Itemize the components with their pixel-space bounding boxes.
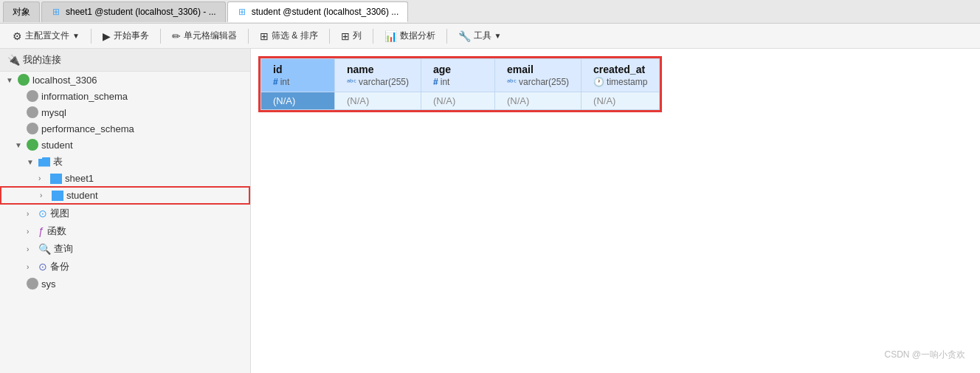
- table-icon-sidebar-sheet1: [50, 174, 62, 184]
- data-table: id # int name ᵃᵇᶜ varchar(255): [260, 58, 660, 110]
- main-layout: 🔌 我的连接 ▼ localhost_3306 information_sche…: [0, 49, 980, 373]
- db-grey-icon-sys: [27, 278, 38, 290]
- toolbar-sep-5: [373, 29, 373, 44]
- chevron-functions: ›: [27, 227, 35, 236]
- sidebar-item-information-schema[interactable]: information_schema: [0, 88, 250, 104]
- columns-button[interactable]: ⊞ 列: [334, 27, 368, 45]
- sidebar-item-sys[interactable]: sys: [0, 276, 250, 292]
- views-label: 视图: [50, 207, 69, 220]
- match-config-label: 主配置文件: [25, 30, 69, 42]
- start-transaction-button[interactable]: ▶ 开始事务: [96, 27, 156, 45]
- col-created-at-name: created_at: [593, 64, 647, 75]
- sidebar-item-tables[interactable]: ▼ 表: [0, 153, 250, 171]
- connection-icon: 🔌: [7, 54, 20, 66]
- db-grey-icon-perf: [27, 123, 38, 134]
- tab-sheet1[interactable]: ⊞ sheet1 @student (localhost_3306) - ...: [41, 1, 226, 22]
- sidebar-item-localhost[interactable]: ▼ localhost_3306: [0, 72, 250, 88]
- transaction-icon: ▶: [103, 30, 111, 42]
- abc-icon-name: ᵃᵇᶜ: [347, 78, 356, 87]
- filter-sort-label: 筛选 & 排序: [272, 30, 318, 42]
- sheet1-label: sheet1 @student (localhost_3306) - ...: [66, 7, 216, 17]
- chevron-student-db: ▼: [15, 141, 24, 149]
- sidebar-item-backups[interactable]: › ⊙ 备份: [0, 258, 250, 276]
- data-analysis-label: 数据分析: [400, 30, 435, 42]
- col-header-id[interactable]: id # int: [261, 59, 335, 92]
- tools-button[interactable]: 🔧 工具 ▼: [452, 27, 508, 45]
- table-icon-student: ⊞: [237, 7, 247, 17]
- cell-editor-button[interactable]: ✏ 单元格编辑器: [165, 27, 244, 45]
- objects-label: 对象: [13, 6, 30, 18]
- cell-editor-label: 单元格编辑器: [184, 30, 237, 42]
- col-name-name: name: [347, 64, 409, 75]
- hash-icon-age: #: [433, 77, 438, 87]
- col-email-type: ᵃᵇᶜ varchar(255): [507, 77, 569, 87]
- cell-email-na[interactable]: (N/A): [495, 92, 582, 110]
- tables-label: 表: [53, 155, 63, 168]
- cell-created-at-na[interactable]: (N/A): [582, 92, 660, 110]
- localhost-label: localhost_3306: [32, 75, 97, 86]
- tab-bar: 对象 ⊞ sheet1 @student (localhost_3306) - …: [0, 0, 980, 24]
- analysis-icon: 📊: [384, 30, 397, 42]
- chevron-queries: ›: [27, 245, 35, 253]
- queries-label: 查询: [54, 242, 73, 256]
- col-age-name: age: [433, 64, 483, 75]
- config-dropdown-icon: ▼: [72, 32, 80, 40]
- col-created-at-type: 🕐 timestamp: [593, 77, 647, 87]
- cell-age-na[interactable]: (N/A): [421, 92, 495, 110]
- col-header-age[interactable]: age # int: [421, 59, 495, 92]
- sys-label: sys: [41, 278, 56, 290]
- watermark: CSDN @一响小贪欢: [884, 349, 965, 361]
- clock-icon-created-at: 🕐: [593, 77, 604, 87]
- sidebar-item-performance-schema[interactable]: performance_schema: [0, 120, 250, 137]
- chevron-student-table: ›: [40, 191, 49, 199]
- toolbar-sep-4: [329, 29, 330, 44]
- sidebar-item-student-table[interactable]: › student: [0, 186, 250, 205]
- editor-icon: ✏: [172, 30, 181, 42]
- chevron-views: ›: [27, 210, 35, 218]
- table-header-row: id # int name ᵃᵇᶜ varchar(255): [261, 59, 660, 92]
- col-header-created-at[interactable]: created_at 🕐 timestamp: [582, 59, 660, 92]
- col-name-type: ᵃᵇᶜ varchar(255): [347, 77, 409, 87]
- sidebar-item-queries[interactable]: › 🔍 查询: [0, 240, 250, 258]
- col-created-at-type-label: timestamp: [607, 77, 647, 87]
- toolbar-sep-6: [446, 29, 447, 44]
- data-analysis-button[interactable]: 📊 数据分析: [378, 27, 442, 45]
- sidebar-item-mysql[interactable]: mysql: [0, 104, 250, 120]
- table-row[interactable]: (N/A) (N/A) (N/A) (N/A) (N/A): [261, 92, 660, 110]
- cell-name-na[interactable]: (N/A): [335, 92, 421, 110]
- col-header-email[interactable]: email ᵃᵇᶜ varchar(255): [495, 59, 582, 92]
- sidebar-item-student-db[interactable]: ▼ student: [0, 137, 250, 153]
- toolbar-sep-3: [248, 29, 249, 44]
- col-name-type-label: varchar(255): [359, 77, 409, 87]
- col-email-type-label: varchar(255): [519, 77, 569, 87]
- table-icon-sidebar-student: [52, 191, 63, 201]
- sidebar-item-views[interactable]: › ⊙ 视图: [0, 205, 250, 222]
- tools-label: 工具: [474, 30, 491, 42]
- tab-student[interactable]: ⊞ student @student (localhost_3306) ...: [227, 1, 409, 22]
- col-header-name[interactable]: name ᵃᵇᶜ varchar(255): [335, 59, 421, 92]
- sidebar-item-functions[interactable]: › ƒ 函数: [0, 222, 250, 240]
- col-id-type-label: int: [280, 77, 290, 87]
- information-schema-label: information_schema: [41, 91, 128, 102]
- col-age-type-label: int: [441, 77, 450, 87]
- chevron-backups: ›: [27, 263, 35, 271]
- db-grey-icon-info: [27, 90, 38, 102]
- match-config-button[interactable]: ⚙ 主配置文件 ▼: [6, 27, 86, 45]
- student-db-label: student: [41, 140, 73, 151]
- filter-icon: ⊞: [260, 30, 269, 42]
- db-grey-icon-mysql: [27, 106, 38, 118]
- col-id-name: id: [273, 64, 322, 75]
- sidebar-item-sheet1[interactable]: › sheet1: [0, 171, 250, 186]
- chevron-tables: ▼: [27, 158, 35, 166]
- table-icon-sheet1: ⊞: [51, 7, 61, 17]
- col-age-type: # int: [433, 77, 483, 87]
- filter-sort-button[interactable]: ⊞ 筛选 & 排序: [253, 27, 325, 45]
- db-green-icon-localhost: [18, 74, 30, 86]
- connection-header: 🔌 我的连接: [0, 49, 250, 72]
- tab-objects[interactable]: 对象: [3, 1, 40, 22]
- sheet1-sidebar-label: sheet1: [65, 173, 94, 184]
- view-icon: ⊙: [38, 208, 47, 219]
- tools-dropdown-icon: ▼: [494, 32, 502, 40]
- cell-id-na[interactable]: (N/A): [261, 92, 335, 110]
- toolbar-sep-2: [160, 29, 161, 44]
